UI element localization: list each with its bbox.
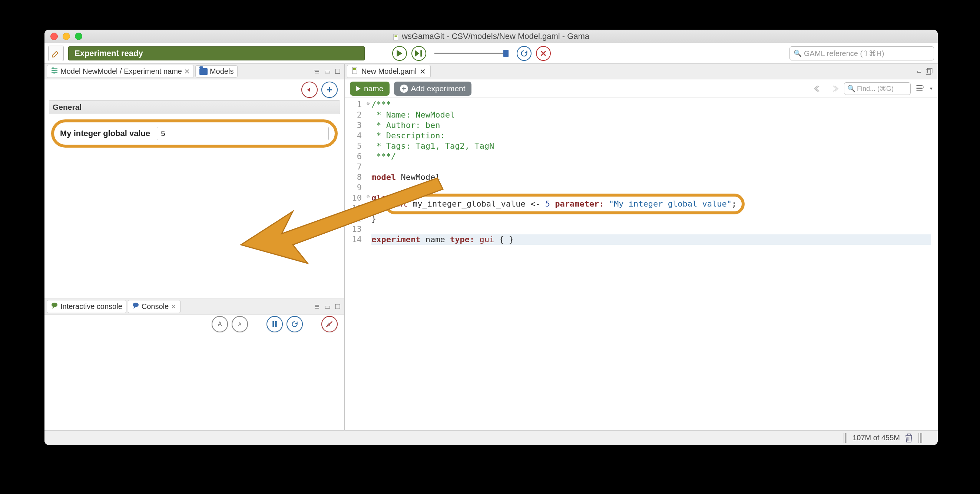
svg-point-9 xyxy=(53,72,55,74)
tab-experiment[interactable]: Model NewModel / Experiment name ✕ xyxy=(47,65,194,78)
code-text: /*** * Name: NewModel * Author: ben * De… xyxy=(371,98,938,245)
speech-bubble-icon xyxy=(132,302,139,311)
svg-rect-20 xyxy=(928,68,932,73)
code-callout: int my_integer_global_value <- 5 paramet… xyxy=(385,194,745,214)
minimize-icon[interactable]: ▭ xyxy=(323,302,332,311)
find-placeholder: Find... (⌘G) xyxy=(857,84,894,93)
console-toolbar: A A A xyxy=(45,314,344,334)
editor-tab-label: New Model.gaml xyxy=(361,67,417,76)
parameter-row: My integer global value xyxy=(51,120,338,148)
sliders-icon xyxy=(51,67,58,76)
grip-icon[interactable] xyxy=(843,433,848,443)
tab-models-label: Models xyxy=(210,67,234,76)
trash-icon[interactable] xyxy=(904,433,914,443)
svg-point-8 xyxy=(55,70,57,72)
add-button[interactable] xyxy=(321,81,338,98)
folder-icon xyxy=(199,68,208,75)
nav-back-icon[interactable] xyxy=(813,83,824,94)
app-window: wsGamaGit - CSV/models/New Model.gaml - … xyxy=(45,30,938,445)
svg-rect-17 xyxy=(353,68,356,69)
svg-rect-13 xyxy=(275,321,277,327)
fold-column: ⊖⊖ xyxy=(365,98,371,243)
tab-models[interactable]: Models xyxy=(195,65,238,78)
svg-rect-22 xyxy=(916,88,923,88)
font-increase-button[interactable]: A xyxy=(212,316,228,332)
param-value-input[interactable] xyxy=(157,127,329,140)
slider-thumb-icon[interactable] xyxy=(503,50,509,57)
svg-rect-16 xyxy=(353,67,357,74)
titlebar: wsGamaGit - CSV/models/New Model.gaml - … xyxy=(45,30,938,43)
editor-find-input[interactable]: 🔍 Find... (⌘G) xyxy=(844,82,911,95)
editor-toolbar: name + Add experiment 🔍 Find... (⌘G) xyxy=(345,80,938,98)
tab-interactive-label: Interactive console xyxy=(60,302,123,311)
left-column: Model NewModel / Experiment name ✕ Model… xyxy=(45,64,345,430)
close-icon[interactable]: ✕ xyxy=(184,67,190,76)
close-icon[interactable]: ✕ xyxy=(171,303,177,311)
svg-rect-18 xyxy=(353,69,356,70)
tab-experiment-label: Model NewModel / Experiment name xyxy=(60,67,182,76)
svg-rect-21 xyxy=(916,85,923,86)
revert-button[interactable] xyxy=(301,81,318,98)
play-button[interactable] xyxy=(392,46,407,61)
speech-bubble-icon xyxy=(51,302,58,311)
code-editor[interactable]: 1 2 3 4 5 6 7 8 9 10 11 12 13 14 ⊖⊖ xyxy=(345,98,938,430)
run-experiment-button[interactable]: name xyxy=(350,81,390,96)
font-decrease-button[interactable]: A xyxy=(232,316,248,332)
experiment-status: Experiment ready xyxy=(68,46,365,61)
collapse-icon[interactable] xyxy=(312,302,321,311)
maximize-icon[interactable]: ☐ xyxy=(333,67,342,76)
svg-rect-23 xyxy=(916,90,923,91)
param-label: My integer global value xyxy=(60,129,150,138)
dropdown-caret-icon[interactable]: ▾ xyxy=(930,86,932,91)
reload-button[interactable] xyxy=(517,46,531,61)
tab-console-label: Console xyxy=(142,302,169,311)
editor-options-button[interactable] xyxy=(915,83,926,94)
speed-slider[interactable] xyxy=(434,53,509,54)
maximize-icon[interactable]: ☐ xyxy=(333,302,342,311)
content-area: Model NewModel / Experiment name ✕ Model… xyxy=(45,64,938,430)
status-footer: 107M of 455M xyxy=(45,430,938,445)
svg-rect-24 xyxy=(907,434,910,435)
grip-icon[interactable] xyxy=(918,433,923,443)
edit-mode-button[interactable] xyxy=(48,46,64,61)
file-icon xyxy=(352,67,358,76)
svg-point-10 xyxy=(51,303,57,307)
clear-console-button[interactable]: A xyxy=(321,316,338,332)
editor-column: New Model.gaml ✕ ▭ name + Add experiment xyxy=(345,64,938,430)
search-placeholder: GAML reference (⇧⌘H) xyxy=(804,49,884,58)
gaml-search-input[interactable]: 🔍 GAML reference (⇧⌘H) xyxy=(789,46,934,61)
svg-rect-3 xyxy=(420,50,422,56)
nav-forward-icon[interactable] xyxy=(829,83,840,94)
svg-rect-1 xyxy=(395,35,397,36)
tab-console[interactable]: Console ✕ xyxy=(128,300,180,313)
line-gutter: 1 2 3 4 5 6 7 8 9 10 11 12 13 14 xyxy=(345,98,365,245)
stop-button[interactable] xyxy=(536,46,551,61)
collapse-icon[interactable] xyxy=(312,67,321,76)
close-icon[interactable]: ✕ xyxy=(420,67,426,76)
add-experiment-label: Add experiment xyxy=(411,84,466,93)
main-toolbar: Experiment ready 🔍 GAML reference (⇧⌘H) xyxy=(45,43,938,64)
console-panel: Interactive console Console ✕ ▭ ☐ xyxy=(45,298,344,430)
editor-file-tab[interactable]: New Model.gaml ✕ xyxy=(347,65,431,78)
minimize-panel-icon[interactable]: ▭ xyxy=(915,67,924,76)
editor-tabs: New Model.gaml ✕ ▭ xyxy=(345,64,938,80)
svg-point-11 xyxy=(133,303,138,307)
left-panel-toolbar xyxy=(45,80,344,100)
step-button[interactable] xyxy=(411,46,426,61)
restore-panel-icon[interactable] xyxy=(924,67,933,76)
add-experiment-button[interactable]: + Add experiment xyxy=(394,81,471,96)
console-tabs: Interactive console Console ✕ ▭ ☐ xyxy=(45,299,344,314)
minimize-icon[interactable]: ▭ xyxy=(323,67,332,76)
memory-status: 107M of 455M xyxy=(853,433,900,442)
svg-point-7 xyxy=(52,67,54,69)
section-general: General xyxy=(49,100,340,114)
window-title: wsGamaGit - CSV/models/New Model.gaml - … xyxy=(402,32,589,41)
refresh-console-button[interactable] xyxy=(286,316,303,332)
svg-rect-0 xyxy=(394,34,398,40)
document-icon xyxy=(393,33,399,40)
console-output xyxy=(45,334,344,430)
plus-circle-icon: + xyxy=(400,84,408,93)
run-button-label: name xyxy=(364,84,383,93)
tab-interactive-console[interactable]: Interactive console xyxy=(47,300,126,313)
pause-console-button[interactable] xyxy=(267,316,283,332)
